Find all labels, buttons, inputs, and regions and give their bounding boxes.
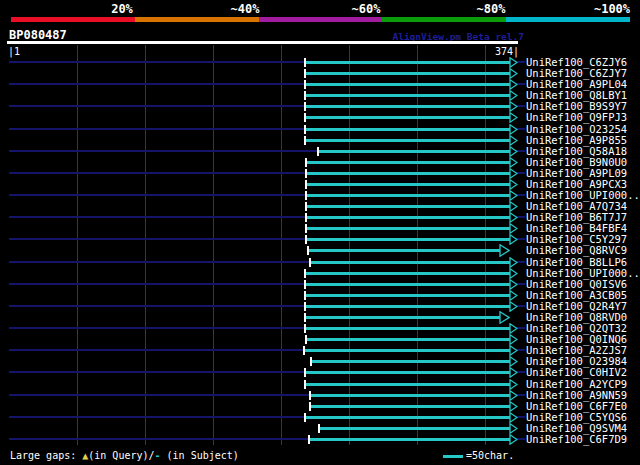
arrowhead-icon <box>509 101 518 112</box>
alignment-bar[interactable] <box>306 172 510 175</box>
arrowhead-icon <box>509 168 518 179</box>
arrowhead-icon <box>509 257 518 268</box>
arrowhead-icon <box>509 356 518 367</box>
identity-scale-segment <box>382 17 506 22</box>
gaps-legend: Large gaps: ▲(in Query)/- (in Subject) <box>10 449 239 463</box>
alignment-start-tick <box>304 324 306 333</box>
identity-scale-segment <box>135 17 259 22</box>
alignment-start-tick <box>309 402 311 411</box>
arrowhead-icon <box>509 135 518 146</box>
arrowhead-icon <box>509 367 518 378</box>
alignment-bar[interactable] <box>306 227 510 230</box>
alignment-bar[interactable] <box>305 383 510 386</box>
alignment-bar[interactable] <box>308 249 500 252</box>
alignment-start-tick <box>304 280 306 289</box>
arrowhead-icon <box>509 279 518 290</box>
alignment-bar[interactable] <box>305 327 510 330</box>
alignment-bar[interactable] <box>318 150 510 153</box>
query-ruler-bar <box>7 41 518 44</box>
alignment-start-tick <box>305 158 307 167</box>
ruler-start-label: |1 <box>8 46 20 58</box>
arrowhead-icon <box>509 124 518 135</box>
alignment-start-tick <box>305 169 307 178</box>
alignment-start-tick <box>304 80 306 89</box>
arrowhead-icon <box>509 268 518 279</box>
identity-scale-segment <box>506 17 630 22</box>
arrowhead-icon <box>509 301 518 312</box>
alignment-bar[interactable] <box>305 371 510 374</box>
alignment-start-tick <box>304 113 306 122</box>
arrowhead-icon <box>509 379 518 390</box>
arrowhead-icon <box>509 190 518 201</box>
alignment-bar[interactable] <box>306 161 510 164</box>
alignment-start-tick <box>305 235 307 244</box>
alignment-bar[interactable] <box>305 316 500 319</box>
query-id: BP080487 <box>9 28 67 42</box>
alignment-bar[interactable] <box>305 72 510 75</box>
alignment-start-tick <box>304 313 306 322</box>
alignment-start-tick <box>305 202 307 211</box>
arrowhead-icon <box>509 57 518 68</box>
alignment-bar[interactable] <box>306 183 510 186</box>
gaps-legend-suffix: (in Subject) <box>161 450 239 461</box>
alignment-bar[interactable] <box>304 349 510 352</box>
scale-sample-line <box>443 455 463 458</box>
alignment-bar[interactable] <box>305 294 510 297</box>
alignment-bar[interactable] <box>306 238 510 241</box>
arrowhead-icon <box>509 290 518 301</box>
alignment-bar[interactable] <box>305 83 510 86</box>
alignment-bar[interactable] <box>305 416 510 419</box>
alignment-bar[interactable] <box>305 139 510 142</box>
alignment-bar[interactable] <box>306 216 510 219</box>
hit-label[interactable]: UniRef100_C0HIV2 <box>526 367 627 378</box>
alignment-bar[interactable] <box>305 128 510 131</box>
alignment-start-tick <box>305 224 307 233</box>
alignment-start-tick <box>304 380 306 389</box>
hit-label[interactable]: UniRef100_C6F7D9 <box>526 434 627 445</box>
alignment-start-tick <box>304 269 306 278</box>
alignment-bar[interactable] <box>305 105 510 108</box>
gaps-legend-prefix: Large gaps: <box>10 450 82 461</box>
alignment-start-tick <box>307 246 309 255</box>
alignment-start-tick <box>308 435 310 444</box>
alignment-start-tick <box>305 191 307 200</box>
alignment-start-tick <box>310 357 312 366</box>
alignment-start-tick <box>304 368 306 377</box>
alignment-bar[interactable] <box>311 360 510 363</box>
alignment-bar[interactable] <box>319 427 510 430</box>
alignment-start-tick <box>304 125 306 134</box>
alignment-bar[interactable] <box>305 94 510 97</box>
arrowhead-icon <box>509 334 518 345</box>
arrowhead-icon <box>509 212 518 223</box>
alignment-start-tick <box>305 213 307 222</box>
identity-scale-label: ~80% <box>449 2 533 14</box>
gaps-legend-mid: (in Query)/ <box>88 450 154 461</box>
alignment-bar[interactable] <box>305 283 510 286</box>
scale-sample-label: =50char. <box>466 449 514 463</box>
alignment-bar[interactable] <box>310 394 510 397</box>
alignment-start-tick <box>304 102 306 111</box>
alignment-bar[interactable] <box>306 338 510 341</box>
hit-label[interactable]: UniRef100_Q9FPJ3 <box>526 112 627 123</box>
alignment-bar[interactable] <box>305 272 510 275</box>
alignment-start-tick <box>305 180 307 189</box>
alignment-bar[interactable] <box>305 61 510 64</box>
arrowhead-icon <box>509 179 518 190</box>
alignment-bar[interactable] <box>306 205 510 208</box>
alignment-start-tick <box>304 58 306 67</box>
identity-scale-label: ~100% <box>570 2 640 14</box>
alignment-bar[interactable] <box>310 405 510 408</box>
alignment-start-tick <box>318 424 320 433</box>
alignment-bar[interactable] <box>305 116 510 119</box>
arrowhead-icon <box>509 412 518 423</box>
alignment-bar[interactable] <box>310 261 510 264</box>
alignment-start-tick <box>309 258 311 267</box>
hit-label[interactable]: UniRef100_Q8RVC9 <box>526 245 627 256</box>
alignment-bar[interactable] <box>309 438 510 441</box>
arrowhead-icon <box>509 401 518 412</box>
alignment-bar[interactable] <box>305 305 510 308</box>
alignment-start-tick <box>304 69 306 78</box>
alignment-bar[interactable] <box>306 194 510 197</box>
arrowhead-icon <box>499 244 510 257</box>
arrowhead-icon <box>509 234 518 245</box>
